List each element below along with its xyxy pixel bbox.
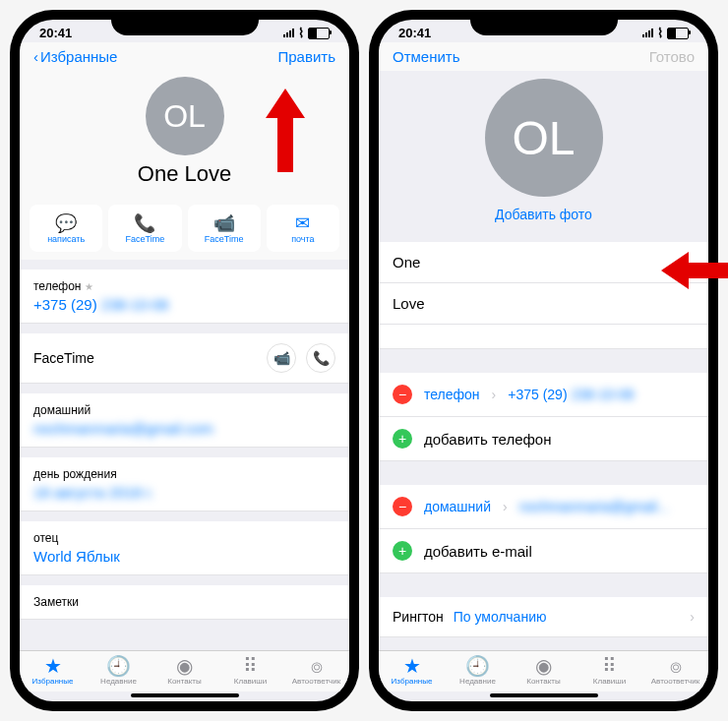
status-time: 20:41 bbox=[398, 26, 431, 40]
status-time: 20:41 bbox=[39, 26, 72, 40]
battery-icon bbox=[667, 28, 689, 39]
remove-button[interactable]: − bbox=[393, 497, 412, 516]
tabbar: ★Избранные 🕘Недавние ◉Контакты ⠿Клавиши … bbox=[20, 650, 349, 691]
clock-icon: 🕘 bbox=[86, 655, 152, 677]
back-button[interactable]: ‹Избранные bbox=[33, 48, 117, 65]
cancel-button[interactable]: Отменить bbox=[393, 48, 460, 65]
home-cell[interactable]: домашний nochmanmaria@gmail.com bbox=[20, 393, 349, 448]
apple-row[interactable] bbox=[379, 325, 708, 349]
notes-cell[interactable]: Заметки bbox=[20, 585, 349, 620]
facetime-cell: FaceTime 📹📞 bbox=[20, 333, 349, 384]
home-edit-row[interactable]: − домашний › nochmanmaria@gmail... bbox=[379, 485, 708, 529]
notch bbox=[470, 10, 618, 35]
navbar: ‹Избранные Править bbox=[20, 42, 349, 71]
action-row: 💬написать 📞FaceTime 📹FaceTime ✉почта bbox=[20, 197, 349, 260]
add-photo-button[interactable]: Добавить фото bbox=[379, 207, 708, 222]
status-icons: ⌇ bbox=[642, 26, 689, 40]
tab-voicemail[interactable]: ⌾Автоответчик bbox=[642, 655, 708, 686]
home-indicator[interactable] bbox=[131, 693, 239, 697]
status-icons: ⌇ bbox=[283, 26, 330, 40]
tab-contacts[interactable]: ◉Контакты bbox=[152, 655, 217, 686]
phone-cell[interactable]: телефон ★ +375 (29) 238-10-08 bbox=[20, 270, 349, 324]
keypad-icon: ⠿ bbox=[576, 655, 642, 677]
avatar[interactable]: OL bbox=[146, 77, 224, 155]
tabbar: ★Избранные 🕘Недавние ◉Контакты ⠿Клавиши … bbox=[379, 650, 708, 691]
star-icon: ★ bbox=[85, 281, 93, 292]
avatar-section: OL Добавить фото bbox=[379, 71, 708, 232]
svg-marker-1 bbox=[661, 252, 728, 289]
tab-voicemail[interactable]: ⌾Автоответчик bbox=[283, 655, 349, 686]
message-icon: 💬 bbox=[31, 212, 100, 232]
clock-icon: 🕘 bbox=[445, 655, 511, 677]
tab-favorites[interactable]: ★Избранные bbox=[379, 655, 445, 686]
video-icon: 📹 bbox=[190, 212, 259, 232]
ft-video-button[interactable]: 📹 bbox=[267, 343, 296, 373]
phone-right: 20:41 ⌇ Отменить Готово OL Добавить фото… bbox=[369, 10, 718, 711]
ft-call-button[interactable]: 📞 bbox=[306, 343, 335, 373]
done-button[interactable]: Готово bbox=[649, 48, 695, 65]
edit-button[interactable]: Править bbox=[278, 48, 336, 65]
svg-marker-0 bbox=[266, 89, 305, 172]
red-arrow-annotation bbox=[256, 89, 315, 177]
tab-recents[interactable]: 🕘Недавние bbox=[445, 655, 511, 686]
star-icon: ★ bbox=[379, 655, 445, 677]
signal-icon bbox=[283, 29, 294, 37]
chevron-left-icon: ‹ bbox=[33, 48, 38, 65]
person-icon: ◉ bbox=[152, 655, 217, 677]
phone-icon: 📞 bbox=[110, 212, 179, 232]
tab-favorites[interactable]: ★Избранные bbox=[20, 655, 86, 686]
tab-keypad[interactable]: ⠿Клавиши bbox=[576, 655, 642, 686]
star-icon: ★ bbox=[20, 655, 86, 677]
chevron-right-icon: › bbox=[492, 387, 497, 402]
notch bbox=[111, 10, 259, 35]
video-button[interactable]: 📹FaceTime bbox=[188, 205, 261, 252]
wifi-icon: ⌇ bbox=[657, 26, 663, 40]
avatar[interactable]: OL bbox=[485, 79, 603, 197]
message-button[interactable]: 💬написать bbox=[30, 205, 102, 252]
chevron-right-icon: › bbox=[503, 499, 508, 514]
add-button[interactable]: + bbox=[393, 429, 412, 449]
ringtone-row[interactable]: Рингтон По умолчанию › bbox=[379, 597, 708, 637]
add-button[interactable]: + bbox=[393, 541, 412, 561]
person-icon: ◉ bbox=[511, 655, 576, 677]
voicemail-icon: ⌾ bbox=[283, 655, 349, 677]
tab-recents[interactable]: 🕘Недавние bbox=[86, 655, 152, 686]
red-arrow-annotation bbox=[661, 246, 728, 295]
phone-edit-row[interactable]: − телефон › +375 (29) 238-10-08 bbox=[379, 373, 708, 417]
home-indicator[interactable] bbox=[490, 693, 598, 697]
mail-button[interactable]: ✉почта bbox=[267, 205, 339, 252]
chevron-right-icon: › bbox=[690, 609, 695, 625]
keypad-icon: ⠿ bbox=[217, 655, 283, 677]
first-name-field[interactable]: One bbox=[379, 242, 708, 283]
father-cell[interactable]: отец World Яблык bbox=[20, 521, 349, 575]
tab-contacts[interactable]: ◉Контакты bbox=[511, 655, 576, 686]
wifi-icon: ⌇ bbox=[298, 26, 304, 40]
add-phone-row[interactable]: + добавить телефон bbox=[379, 417, 708, 461]
remove-button[interactable]: − bbox=[393, 385, 412, 404]
navbar: Отменить Готово bbox=[379, 42, 708, 71]
voicemail-icon: ⌾ bbox=[642, 655, 708, 677]
last-name-field[interactable]: Love bbox=[379, 283, 708, 325]
call-button[interactable]: 📞FaceTime bbox=[108, 205, 181, 252]
birthday-cell[interactable]: день рождения 18 августа 2018 г. bbox=[20, 457, 349, 511]
add-email-row[interactable]: + добавить e-mail bbox=[379, 529, 708, 573]
mail-icon: ✉ bbox=[269, 212, 337, 232]
screen-right: 20:41 ⌇ Отменить Готово OL Добавить фото… bbox=[379, 20, 708, 701]
content: OL Добавить фото One Love − телефон › +3… bbox=[379, 71, 708, 650]
tab-keypad[interactable]: ⠿Клавиши bbox=[217, 655, 283, 686]
signal-icon bbox=[642, 29, 653, 37]
battery-icon bbox=[308, 28, 330, 39]
